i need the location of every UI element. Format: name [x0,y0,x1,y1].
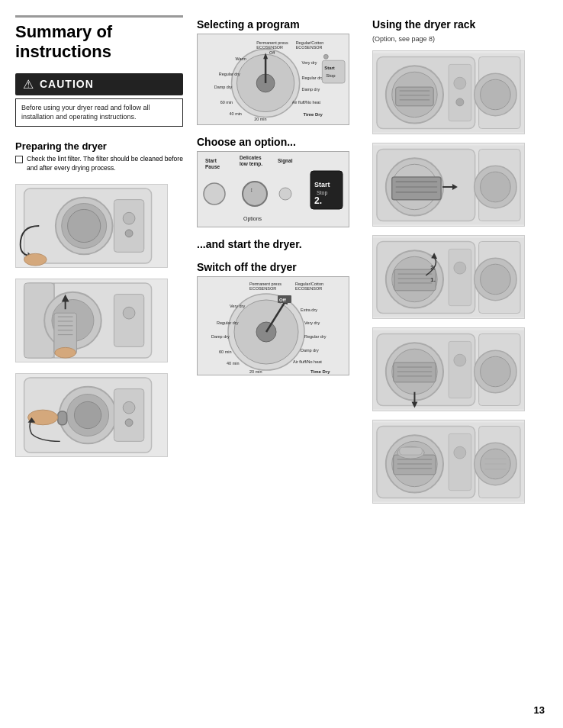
svg-rect-108 [449,64,471,121]
svg-point-109 [454,77,466,89]
rack-subtitle: (Option, see page 8) [372,35,542,43]
svg-text:20 min: 20 min [254,117,266,121]
svg-text:↕: ↕ [250,187,253,192]
option-panel: Start Pause Delicates low temp. Signal ↕… [197,151,349,227]
svg-text:ECOSENSOR: ECOSENSOR [296,45,323,50]
svg-point-167 [454,446,466,459]
svg-point-141 [481,264,511,295]
svg-text:Off: Off [279,298,287,302]
svg-text:20 min: 20 min [249,369,262,374]
svg-point-3 [68,209,101,242]
svg-text:Regular dry: Regular dry [217,321,239,325]
svg-text:Options: Options [243,216,262,222]
svg-text:Very dry: Very dry [302,60,317,65]
svg-text:Start: Start [324,66,335,70]
lint-filter-text: Check the lint filter. The filter should… [27,155,183,173]
svg-text:Regular dry: Regular dry [219,72,240,76]
svg-text:60 min: 60 min [220,100,233,105]
svg-text:Start: Start [205,158,217,163]
svg-point-152 [454,354,466,366]
switch-off-title: Switch off the dryer [197,261,360,273]
svg-rect-28 [58,411,67,425]
svg-text:Regular dry: Regular dry [304,334,327,339]
svg-point-125 [481,172,511,202]
svg-text:Off: Off [269,50,275,55]
select-program-section: Selecting a program Permanent press ECOS… [197,15,360,128]
svg-point-113 [481,79,511,110]
svg-text:Time Dry: Time Dry [304,112,323,117]
switch-off-section: Switch off the dryer Permanent press ECO… [197,258,360,375]
select-program-panel: Permanent press ECOSENSOR Regular/Cotton… [197,34,349,125]
svg-text:Signal: Signal [278,158,293,164]
svg-rect-151 [449,341,471,398]
dryer-image-2 [15,279,168,362]
switch-off-panel: Permanent press ECOSENSOR Regular/Cotton… [197,276,349,375]
svg-text:Very dry: Very dry [230,304,245,308]
svg-rect-165 [400,447,423,455]
right-column: Using the dryer rack (Option, see page 8… [366,15,542,713]
caution-icon: ⚠ [23,77,34,92]
svg-point-21 [55,347,76,358]
svg-point-60 [323,54,328,59]
svg-text:Time Dry: Time Dry [310,369,330,374]
svg-point-27 [74,401,101,428]
svg-point-33 [125,419,133,427]
svg-text:Pause: Pause [205,164,220,169]
svg-text:Warm: Warm [236,56,247,61]
svg-point-67 [204,183,225,205]
svg-rect-137 [449,249,471,305]
svg-text:Air fluff/No heat: Air fluff/No heat [293,359,322,364]
svg-text:Regular dry: Regular dry [302,76,323,80]
svg-point-32 [123,401,135,414]
svg-text:Extra dry: Extra dry [301,308,317,312]
rack-image-2 [372,143,525,227]
svg-rect-166 [449,433,471,490]
svg-text:Air fluff/No heat: Air fluff/No heat [292,100,321,105]
svg-text:60 min: 60 min [219,350,232,354]
rack-image-5 [372,420,525,504]
svg-text:Stop: Stop [326,73,336,78]
svg-text:1.: 1. [430,275,436,282]
rack-title: Using the dryer rack [372,18,542,31]
svg-rect-104 [396,87,434,106]
rack-image-1 [372,50,525,134]
svg-text:Damp dry: Damp dry [214,85,233,89]
svg-point-138 [454,262,466,274]
svg-rect-22 [114,294,143,346]
svg-point-70 [279,188,291,200]
svg-text:ECOSENSOR: ECOSENSOR [249,286,276,291]
choose-option-title: Choose an option... [197,136,360,148]
lint-filter-instruction: Check the lint filter. The filter should… [15,155,183,173]
caution-box: ⚠ CAUTION Before using your dryer read a… [15,73,183,131]
dryer-image-1 [15,184,168,268]
svg-rect-31 [114,388,143,441]
rack-image-4 [372,327,525,411]
svg-text:Damp dry: Damp dry [301,348,319,353]
svg-text:2.: 2. [314,195,322,206]
page: Summary of instructions ⚠ CAUTION Before… [0,0,563,728]
svg-text:ECOSENSOR: ECOSENSOR [295,286,322,291]
svg-point-110 [456,98,464,105]
svg-text:ECOSENSOR: ECOSENSOR [256,45,283,50]
svg-rect-4 [114,199,143,252]
svg-point-6 [125,230,133,237]
dryer-image-3 [15,373,168,457]
rack-image-3: 2. 1. [372,235,525,319]
checkbox [15,156,23,163]
middle-column: Selecting a program Permanent press ECOS… [191,15,366,713]
page-title: Summary of instructions [15,15,183,63]
select-program-title: Selecting a program [197,18,360,31]
svg-rect-57 [322,60,345,83]
svg-rect-146 [394,362,436,382]
page-number: 13 [534,704,545,716]
svg-text:low temp.: low temp. [240,161,262,167]
svg-text:Start: Start [314,181,330,188]
svg-text:2.: 2. [430,264,436,271]
svg-text:Damp dry: Damp dry [302,87,320,92]
and-start-text: ...and start the dryer. [197,238,360,250]
and-start-section: ...and start the dryer. [197,235,360,253]
left-column: Summary of instructions ⚠ CAUTION Before… [15,15,191,713]
svg-point-68 [243,182,267,206]
svg-point-23 [123,307,135,319]
caution-label: CAUTION [40,78,94,90]
